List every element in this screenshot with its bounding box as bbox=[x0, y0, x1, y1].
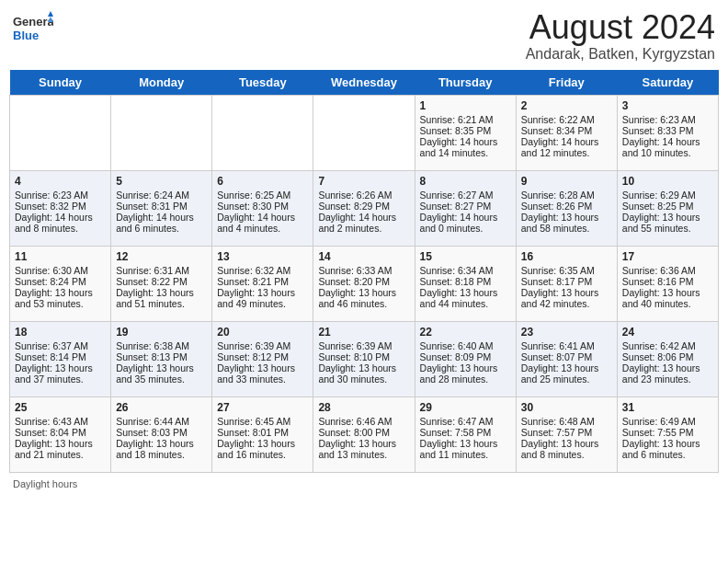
calendar-cell: 20Sunrise: 6:39 AMSunset: 8:12 PMDayligh… bbox=[212, 321, 313, 396]
day-number: 28 bbox=[318, 401, 409, 414]
day-info: Sunrise: 6:49 AM bbox=[622, 416, 713, 427]
calendar-cell: 26Sunrise: 6:44 AMSunset: 8:03 PMDayligh… bbox=[111, 396, 212, 472]
day-info: Sunset: 8:32 PM bbox=[15, 201, 106, 212]
day-info: Sunrise: 6:21 AM bbox=[420, 114, 511, 125]
calendar-cell: 18Sunrise: 6:37 AMSunset: 8:14 PMDayligh… bbox=[10, 321, 111, 396]
day-number: 15 bbox=[420, 250, 511, 263]
day-info: Sunrise: 6:24 AM bbox=[116, 190, 207, 201]
day-info: Sunset: 8:35 PM bbox=[420, 125, 511, 136]
calendar-cell: 22Sunrise: 6:40 AMSunset: 8:09 PMDayligh… bbox=[415, 321, 516, 396]
calendar-cell: 14Sunrise: 6:33 AMSunset: 8:20 PMDayligh… bbox=[313, 246, 415, 321]
calendar-cell: 6Sunrise: 6:25 AMSunset: 8:30 PMDaylight… bbox=[212, 170, 313, 246]
day-info: Sunset: 8:09 PM bbox=[420, 351, 511, 362]
calendar-week-row: 25Sunrise: 6:43 AMSunset: 8:04 PMDayligh… bbox=[10, 396, 719, 472]
calendar-week-row: 4Sunrise: 6:23 AMSunset: 8:32 PMDaylight… bbox=[10, 170, 719, 246]
logo: General Blue bbox=[13, 9, 57, 46]
day-info: Daylight: 14 hours and 14 minutes. bbox=[420, 136, 511, 158]
day-info: Sunset: 8:10 PM bbox=[318, 351, 409, 362]
day-header-saturday: Saturday bbox=[617, 70, 718, 96]
calendar-cell bbox=[10, 95, 111, 170]
day-info: Sunset: 8:16 PM bbox=[622, 276, 713, 287]
day-header-friday: Friday bbox=[516, 70, 617, 96]
calendar-cell: 10Sunrise: 6:29 AMSunset: 8:25 PMDayligh… bbox=[617, 170, 718, 246]
day-info: Sunrise: 6:34 AM bbox=[420, 265, 511, 276]
day-info: Sunset: 8:29 PM bbox=[318, 201, 409, 212]
day-header-thursday: Thursday bbox=[415, 70, 516, 96]
day-number: 27 bbox=[217, 401, 308, 414]
day-info: Daylight: 13 hours and 46 minutes. bbox=[318, 287, 409, 309]
day-info: Sunset: 8:00 PM bbox=[318, 427, 409, 438]
day-info: Sunset: 8:18 PM bbox=[420, 276, 511, 287]
day-info: Sunrise: 6:40 AM bbox=[420, 340, 511, 351]
day-number: 13 bbox=[217, 250, 308, 263]
logo-icon: General Blue bbox=[13, 9, 53, 46]
day-info: Daylight: 13 hours and 11 minutes. bbox=[420, 438, 511, 460]
day-info: Sunset: 8:20 PM bbox=[318, 276, 409, 287]
day-info: Daylight: 13 hours and 8 minutes. bbox=[521, 438, 612, 460]
calendar-header-row: SundayMondayTuesdayWednesdayThursdayFrid… bbox=[10, 70, 719, 96]
svg-marker-2 bbox=[48, 11, 53, 17]
day-header-sunday: Sunday bbox=[10, 70, 111, 96]
calendar-cell: 4Sunrise: 6:23 AMSunset: 8:32 PMDaylight… bbox=[10, 170, 111, 246]
day-number: 12 bbox=[116, 250, 207, 263]
day-header-tuesday: Tuesday bbox=[212, 70, 313, 96]
day-info: Sunset: 8:01 PM bbox=[217, 427, 308, 438]
day-number: 29 bbox=[420, 401, 511, 414]
location-subtitle: Andarak, Batken, Kyrgyzstan bbox=[526, 46, 715, 63]
day-info: Sunset: 8:27 PM bbox=[420, 201, 511, 212]
day-info: Sunset: 8:25 PM bbox=[622, 201, 713, 212]
day-info: Daylight: 13 hours and 49 minutes. bbox=[217, 287, 308, 309]
day-info: Sunrise: 6:23 AM bbox=[15, 190, 106, 201]
day-info: Daylight: 13 hours and 21 minutes. bbox=[15, 438, 106, 460]
calendar-cell: 25Sunrise: 6:43 AMSunset: 8:04 PMDayligh… bbox=[10, 396, 111, 472]
day-info: Daylight: 13 hours and 33 minutes. bbox=[217, 362, 308, 385]
day-info: Sunset: 8:22 PM bbox=[116, 276, 207, 287]
calendar-week-row: 1Sunrise: 6:21 AMSunset: 8:35 PMDaylight… bbox=[10, 95, 719, 170]
day-info: Sunset: 7:55 PM bbox=[622, 427, 713, 438]
day-info: Sunset: 8:24 PM bbox=[15, 276, 106, 287]
day-info: Sunset: 8:34 PM bbox=[521, 125, 612, 136]
svg-text:Blue: Blue bbox=[13, 29, 39, 42]
calendar-week-row: 11Sunrise: 6:30 AMSunset: 8:24 PMDayligh… bbox=[10, 246, 719, 321]
day-number: 7 bbox=[318, 175, 409, 188]
calendar-cell: 30Sunrise: 6:48 AMSunset: 7:57 PMDayligh… bbox=[516, 396, 617, 472]
month-year-title: August 2024 bbox=[526, 9, 715, 46]
day-info: Sunrise: 6:37 AM bbox=[15, 340, 106, 351]
day-info: Sunrise: 6:47 AM bbox=[420, 416, 511, 427]
day-info: Sunrise: 6:43 AM bbox=[15, 416, 106, 427]
day-info: Sunset: 8:06 PM bbox=[622, 351, 713, 362]
calendar-cell: 23Sunrise: 6:41 AMSunset: 8:07 PMDayligh… bbox=[516, 321, 617, 396]
calendar-cell: 24Sunrise: 6:42 AMSunset: 8:06 PMDayligh… bbox=[617, 321, 718, 396]
day-info: Sunset: 8:33 PM bbox=[622, 125, 713, 136]
calendar-cell: 16Sunrise: 6:35 AMSunset: 8:17 PMDayligh… bbox=[516, 246, 617, 321]
day-info: Sunrise: 6:39 AM bbox=[318, 340, 409, 351]
day-info: Daylight: 13 hours and 16 minutes. bbox=[217, 438, 308, 460]
day-info: Sunset: 7:57 PM bbox=[521, 427, 612, 438]
calendar-week-row: 18Sunrise: 6:37 AMSunset: 8:14 PMDayligh… bbox=[10, 321, 719, 396]
calendar-cell: 15Sunrise: 6:34 AMSunset: 8:18 PMDayligh… bbox=[415, 246, 516, 321]
day-info: Sunrise: 6:25 AM bbox=[217, 190, 308, 201]
day-info: Sunrise: 6:46 AM bbox=[318, 416, 409, 427]
day-info: Sunrise: 6:30 AM bbox=[15, 265, 106, 276]
calendar-cell: 5Sunrise: 6:24 AMSunset: 8:31 PMDaylight… bbox=[111, 170, 212, 246]
day-info: Daylight: 14 hours and 6 minutes. bbox=[116, 212, 207, 234]
day-info: Sunrise: 6:36 AM bbox=[622, 265, 713, 276]
day-info: Daylight: 13 hours and 30 minutes. bbox=[318, 362, 409, 385]
day-info: Sunrise: 6:35 AM bbox=[521, 265, 612, 276]
day-number: 5 bbox=[116, 175, 207, 188]
calendar-cell: 21Sunrise: 6:39 AMSunset: 8:10 PMDayligh… bbox=[313, 321, 415, 396]
day-info: Sunrise: 6:33 AM bbox=[318, 265, 409, 276]
day-info: Sunrise: 6:41 AM bbox=[521, 340, 612, 351]
day-info: Sunset: 8:07 PM bbox=[521, 351, 612, 362]
calendar-cell bbox=[313, 95, 415, 170]
day-info: Daylight: 13 hours and 42 minutes. bbox=[521, 287, 612, 309]
calendar-cell: 7Sunrise: 6:26 AMSunset: 8:29 PMDaylight… bbox=[313, 170, 415, 246]
calendar-cell: 27Sunrise: 6:45 AMSunset: 8:01 PMDayligh… bbox=[212, 396, 313, 472]
calendar-cell: 2Sunrise: 6:22 AMSunset: 8:34 PMDaylight… bbox=[516, 95, 617, 170]
day-info: Daylight: 13 hours and 55 minutes. bbox=[622, 212, 713, 234]
day-number: 18 bbox=[15, 326, 106, 339]
day-header-wednesday: Wednesday bbox=[313, 70, 415, 96]
day-info: Sunrise: 6:42 AM bbox=[622, 340, 713, 351]
day-info: Sunrise: 6:22 AM bbox=[521, 114, 612, 125]
day-info: Sunset: 8:04 PM bbox=[15, 427, 106, 438]
